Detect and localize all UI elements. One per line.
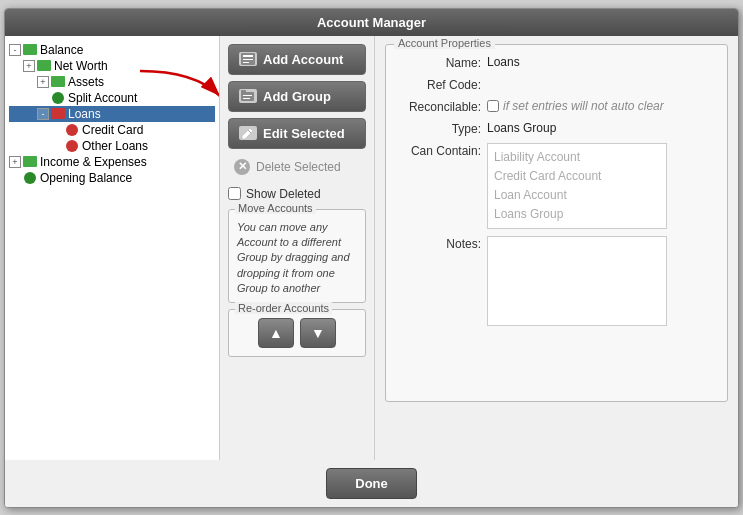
- done-button[interactable]: Done: [326, 468, 417, 499]
- svg-rect-2: [243, 55, 253, 57]
- tree-item-loans[interactable]: - Loans: [9, 106, 215, 122]
- edit-selected-label: Edit Selected: [263, 126, 345, 141]
- delete-icon: ✕: [234, 159, 250, 175]
- tree-label-balance: Balance: [40, 43, 83, 57]
- account-manager-window: Account Manager - Balance: [4, 8, 739, 508]
- can-contain-label: Can Contain:: [396, 143, 481, 158]
- tree-label-split-account: Split Account: [68, 91, 137, 105]
- tree-item-balance[interactable]: - Balance: [9, 42, 215, 58]
- tree-label-credit-card: Credit Card: [82, 123, 143, 137]
- account-green-icon-2: [23, 171, 37, 185]
- properties-title: Account Properties: [394, 37, 495, 49]
- add-account-label: Add Account: [263, 52, 343, 67]
- can-contain-item-4: Loans Group: [494, 205, 660, 224]
- show-deleted-label: Show Deleted: [246, 187, 321, 201]
- tree-item-assets[interactable]: + Assets: [9, 74, 215, 90]
- toggle-loans[interactable]: -: [37, 108, 49, 120]
- name-label: Name:: [396, 55, 481, 70]
- folder-green-icon-2: [37, 59, 51, 73]
- svg-rect-8: [243, 98, 250, 99]
- toggle-balance[interactable]: -: [9, 44, 21, 56]
- tree-label-net-worth: Net Worth: [54, 59, 108, 73]
- svg-rect-3: [243, 59, 253, 60]
- type-value: Loans Group: [487, 121, 556, 135]
- toggle-net-worth[interactable]: +: [23, 60, 35, 72]
- type-label: Type:: [396, 121, 481, 136]
- folder-green-icon-4: [23, 155, 37, 169]
- toggle-split-account: [37, 92, 49, 104]
- refcode-label: Ref Code:: [396, 77, 481, 92]
- svg-rect-6: [241, 90, 246, 94]
- tree-item-income-expenses[interactable]: + Income & Expenses: [9, 154, 215, 170]
- title-bar: Account Manager: [5, 9, 738, 36]
- add-account-button[interactable]: Add Account: [228, 44, 366, 75]
- account-red-icon-2: [65, 139, 79, 153]
- window-title: Account Manager: [317, 15, 426, 30]
- prop-row-reconcilable: Reconcilable: if set entries will not au…: [396, 99, 717, 114]
- tree-label-loans: Loans: [68, 107, 101, 121]
- prop-row-refcode: Ref Code:: [396, 77, 717, 92]
- tree-label-income-expenses: Income & Expenses: [40, 155, 147, 169]
- can-contain-item-2: Credit Card Account: [494, 167, 660, 186]
- reorder-down-icon: ▼: [311, 325, 325, 341]
- toggle-opening-balance: [9, 172, 21, 184]
- move-accounts-text: You can move any Account to a different …: [237, 220, 357, 297]
- toggle-credit-card: [51, 124, 63, 136]
- prop-row-type: Type: Loans Group: [396, 121, 717, 136]
- reconcilable-control: if set entries will not auto clear: [487, 99, 664, 113]
- add-group-icon: [239, 89, 257, 103]
- folder-green-icon: [23, 43, 37, 57]
- tree-label-assets: Assets: [68, 75, 104, 89]
- prop-row-can-contain: Can Contain: Liability Account Credit Ca…: [396, 143, 717, 230]
- toggle-income-expenses[interactable]: +: [9, 156, 21, 168]
- main-content: - Balance + Net Worth + Assets: [5, 36, 738, 460]
- reorder-title: Re-order Accounts: [235, 302, 332, 314]
- reorder-section: Re-order Accounts ▲ ▼: [228, 309, 366, 357]
- move-accounts-section: Move Accounts You can move any Account t…: [228, 209, 366, 304]
- add-group-label: Add Group: [263, 89, 331, 104]
- reconcilable-checkbox[interactable]: [487, 100, 499, 112]
- reconcilable-note: if set entries will not auto clear: [503, 99, 664, 113]
- add-account-icon: [239, 52, 257, 66]
- prop-row-notes: Notes:: [396, 236, 717, 326]
- svg-rect-7: [243, 95, 252, 96]
- notes-label: Notes:: [396, 236, 481, 251]
- add-group-button[interactable]: Add Group: [228, 81, 366, 112]
- account-green-icon: [51, 91, 65, 105]
- move-accounts-title: Move Accounts: [235, 202, 316, 214]
- toggle-assets[interactable]: +: [37, 76, 49, 88]
- account-tree-panel: - Balance + Net Worth + Assets: [5, 36, 220, 460]
- reorder-up-button[interactable]: ▲: [258, 318, 294, 348]
- can-contain-item-3: Loan Account: [494, 186, 660, 205]
- reorder-down-button[interactable]: ▼: [300, 318, 336, 348]
- toggle-other-loans: [51, 140, 63, 152]
- account-red-icon-1: [65, 123, 79, 137]
- show-deleted-checkbox[interactable]: [228, 187, 241, 200]
- properties-box: Account Properties Name: Loans Ref Code:…: [385, 44, 728, 402]
- tree-item-credit-card[interactable]: Credit Card: [9, 122, 215, 138]
- can-contain-item-1: Liability Account: [494, 148, 660, 167]
- show-deleted-checkbox-label[interactable]: Show Deleted: [228, 185, 366, 203]
- folder-green-icon-3: [51, 75, 65, 89]
- reconcilable-label: Reconcilable:: [396, 99, 481, 114]
- notes-box[interactable]: [487, 236, 667, 326]
- edit-selected-button[interactable]: Edit Selected: [228, 118, 366, 149]
- footer-bar: Done: [5, 460, 738, 507]
- reorder-up-icon: ▲: [269, 325, 283, 341]
- delete-selected-label: Delete Selected: [256, 160, 341, 174]
- actions-panel: Add Account Add Group: [220, 36, 375, 460]
- tree-label-other-loans: Other Loans: [82, 139, 148, 153]
- folder-red-icon: [51, 107, 65, 121]
- name-value: Loans: [487, 55, 520, 69]
- tree-item-net-worth[interactable]: + Net Worth: [9, 58, 215, 74]
- tree-item-split-account[interactable]: Split Account: [9, 90, 215, 106]
- edit-icon: [239, 126, 257, 140]
- delete-selected-button[interactable]: ✕ Delete Selected: [228, 155, 366, 179]
- properties-panel: Account Properties Name: Loans Ref Code:…: [375, 36, 738, 460]
- tree-label-opening-balance: Opening Balance: [40, 171, 132, 185]
- tree-item-other-loans[interactable]: Other Loans: [9, 138, 215, 154]
- can-contain-box: Liability Account Credit Card Account Lo…: [487, 143, 667, 230]
- prop-row-name: Name: Loans: [396, 55, 717, 70]
- svg-rect-4: [243, 62, 249, 63]
- tree-item-opening-balance[interactable]: Opening Balance: [9, 170, 215, 186]
